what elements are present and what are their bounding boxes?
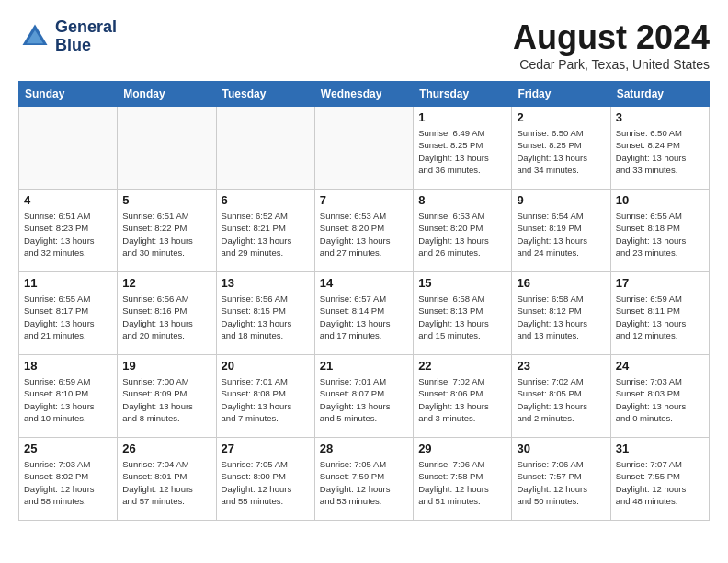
calendar-cell: 17Sunrise: 6:59 AM Sunset: 8:11 PM Dayli… [610, 272, 709, 355]
day-number: 3 [616, 110, 704, 124]
day-info: Sunrise: 7:05 AM Sunset: 8:00 PM Dayligh… [222, 458, 310, 507]
day-info: Sunrise: 6:59 AM Sunset: 8:11 PM Dayligh… [616, 293, 704, 341]
calendar-cell: 30Sunrise: 7:06 AM Sunset: 7:57 PM Dayli… [512, 438, 610, 521]
calendar-cell: 16Sunrise: 6:58 AM Sunset: 8:12 PM Dayli… [512, 272, 610, 355]
calendar-cell: 11Sunrise: 6:55 AM Sunset: 8:17 PM Dayli… [19, 272, 118, 355]
day-info: Sunrise: 7:04 AM Sunset: 8:01 PM Dayligh… [122, 458, 210, 507]
calendar-cell: 2Sunrise: 6:50 AM Sunset: 8:25 PM Daylig… [512, 107, 610, 190]
calendar-cell: 29Sunrise: 7:06 AM Sunset: 7:58 PM Dayli… [414, 438, 512, 521]
day-number: 15 [418, 276, 506, 290]
day-number: 20 [222, 359, 310, 373]
day-info: Sunrise: 7:06 AM Sunset: 7:57 PM Dayligh… [517, 458, 605, 507]
week-row-4: 18Sunrise: 6:59 AM Sunset: 8:10 PM Dayli… [19, 355, 710, 438]
week-row-1: 1Sunrise: 6:49 AM Sunset: 8:25 PM Daylig… [19, 107, 710, 190]
calendar-cell: 9Sunrise: 6:54 AM Sunset: 8:19 PM Daylig… [512, 190, 610, 272]
calendar-cell: 10Sunrise: 6:55 AM Sunset: 8:18 PM Dayli… [610, 190, 709, 272]
day-info: Sunrise: 6:55 AM Sunset: 8:18 PM Dayligh… [616, 210, 704, 259]
day-info: Sunrise: 6:51 AM Sunset: 8:23 PM Dayligh… [24, 210, 112, 259]
calendar-cell: 3Sunrise: 6:50 AM Sunset: 8:24 PM Daylig… [610, 107, 709, 190]
day-info: Sunrise: 7:06 AM Sunset: 7:58 PM Dayligh… [418, 458, 506, 507]
calendar-cell: 4Sunrise: 6:51 AM Sunset: 8:23 PM Daylig… [19, 190, 118, 272]
calendar-cell: 18Sunrise: 6:59 AM Sunset: 8:10 PM Dayli… [19, 355, 118, 438]
weekday-header-saturday: Saturday [610, 82, 709, 107]
day-number: 9 [517, 193, 605, 207]
day-number: 26 [122, 442, 210, 455]
calendar-cell [314, 107, 413, 190]
logo-icon [18, 20, 51, 53]
day-info: Sunrise: 6:58 AM Sunset: 8:12 PM Dayligh… [517, 293, 605, 341]
calendar-cell: 8Sunrise: 6:53 AM Sunset: 8:20 PM Daylig… [414, 190, 512, 272]
day-number: 24 [616, 359, 704, 373]
weekday-header-sunday: Sunday [19, 82, 118, 107]
day-info: Sunrise: 7:03 AM Sunset: 8:02 PM Dayligh… [24, 458, 112, 507]
day-number: 25 [24, 442, 112, 455]
weekday-header-thursday: Thursday [414, 82, 512, 107]
calendar-cell [216, 107, 314, 190]
day-info: Sunrise: 7:07 AM Sunset: 7:55 PM Dayligh… [616, 458, 704, 507]
day-number: 23 [517, 359, 605, 373]
day-number: 28 [320, 442, 408, 455]
day-info: Sunrise: 7:00 AM Sunset: 8:09 PM Dayligh… [122, 375, 210, 424]
calendar-cell: 14Sunrise: 6:57 AM Sunset: 8:14 PM Dayli… [314, 272, 413, 355]
day-number: 30 [517, 442, 605, 455]
day-info: Sunrise: 7:01 AM Sunset: 8:07 PM Dayligh… [320, 375, 408, 424]
day-info: Sunrise: 6:51 AM Sunset: 8:22 PM Dayligh… [122, 210, 210, 259]
day-number: 4 [24, 193, 112, 207]
day-number: 17 [616, 276, 704, 290]
weekday-header-wednesday: Wednesday [314, 82, 413, 107]
location: Cedar Park, Texas, United States [513, 57, 710, 72]
calendar-cell: 7Sunrise: 6:53 AM Sunset: 8:20 PM Daylig… [314, 190, 413, 272]
page-header: General Blue August 2024 Cedar Park, Tex… [18, 18, 710, 72]
day-info: Sunrise: 6:59 AM Sunset: 8:10 PM Dayligh… [24, 375, 112, 424]
calendar-cell: 12Sunrise: 6:56 AM Sunset: 8:16 PM Dayli… [118, 272, 216, 355]
day-number: 6 [222, 193, 310, 207]
day-info: Sunrise: 6:53 AM Sunset: 8:20 PM Dayligh… [418, 210, 506, 259]
calendar-cell: 15Sunrise: 6:58 AM Sunset: 8:13 PM Dayli… [414, 272, 512, 355]
weekday-header-row: SundayMondayTuesdayWednesdayThursdayFrid… [19, 82, 710, 107]
calendar-cell: 21Sunrise: 7:01 AM Sunset: 8:07 PM Dayli… [314, 355, 413, 438]
day-info: Sunrise: 6:56 AM Sunset: 8:16 PM Dayligh… [122, 293, 210, 341]
day-info: Sunrise: 6:55 AM Sunset: 8:17 PM Dayligh… [24, 293, 112, 341]
logo-text: General Blue [55, 18, 117, 55]
title-section: August 2024 Cedar Park, Texas, United St… [513, 18, 710, 72]
day-info: Sunrise: 6:50 AM Sunset: 8:24 PM Dayligh… [616, 127, 704, 176]
day-info: Sunrise: 6:50 AM Sunset: 8:25 PM Dayligh… [517, 127, 605, 176]
calendar-cell: 13Sunrise: 6:56 AM Sunset: 8:15 PM Dayli… [216, 272, 314, 355]
calendar-cell: 31Sunrise: 7:07 AM Sunset: 7:55 PM Dayli… [610, 438, 709, 521]
day-info: Sunrise: 7:02 AM Sunset: 8:05 PM Dayligh… [517, 375, 605, 424]
day-number: 1 [418, 110, 506, 124]
calendar-cell [19, 107, 118, 190]
calendar-cell: 25Sunrise: 7:03 AM Sunset: 8:02 PM Dayli… [19, 438, 118, 521]
day-info: Sunrise: 6:52 AM Sunset: 8:21 PM Dayligh… [222, 210, 310, 259]
day-number: 21 [320, 359, 408, 373]
day-number: 11 [24, 276, 112, 290]
day-info: Sunrise: 6:56 AM Sunset: 8:15 PM Dayligh… [222, 293, 310, 341]
day-number: 27 [222, 442, 310, 455]
weekday-header-friday: Friday [512, 82, 610, 107]
day-number: 16 [517, 276, 605, 290]
logo: General Blue [18, 18, 117, 55]
week-row-3: 11Sunrise: 6:55 AM Sunset: 8:17 PM Dayli… [19, 272, 710, 355]
day-info: Sunrise: 7:03 AM Sunset: 8:03 PM Dayligh… [616, 375, 704, 424]
day-info: Sunrise: 6:54 AM Sunset: 8:19 PM Dayligh… [517, 210, 605, 259]
day-number: 14 [320, 276, 408, 290]
calendar-cell: 1Sunrise: 6:49 AM Sunset: 8:25 PM Daylig… [414, 107, 512, 190]
calendar-cell: 26Sunrise: 7:04 AM Sunset: 8:01 PM Dayli… [118, 438, 216, 521]
day-number: 13 [222, 276, 310, 290]
calendar-cell: 19Sunrise: 7:00 AM Sunset: 8:09 PM Dayli… [118, 355, 216, 438]
day-number: 22 [418, 359, 506, 373]
day-info: Sunrise: 6:49 AM Sunset: 8:25 PM Dayligh… [418, 127, 506, 176]
day-number: 18 [24, 359, 112, 373]
day-number: 12 [122, 276, 210, 290]
week-row-5: 25Sunrise: 7:03 AM Sunset: 8:02 PM Dayli… [19, 438, 710, 521]
calendar-cell: 5Sunrise: 6:51 AM Sunset: 8:22 PM Daylig… [118, 190, 216, 272]
calendar-cell: 23Sunrise: 7:02 AM Sunset: 8:05 PM Dayli… [512, 355, 610, 438]
month-title: August 2024 [513, 18, 710, 57]
calendar-cell: 27Sunrise: 7:05 AM Sunset: 8:00 PM Dayli… [216, 438, 314, 521]
calendar-cell: 22Sunrise: 7:02 AM Sunset: 8:06 PM Dayli… [414, 355, 512, 438]
day-number: 5 [122, 193, 210, 207]
day-number: 7 [320, 193, 408, 207]
day-number: 29 [418, 442, 506, 455]
day-info: Sunrise: 7:02 AM Sunset: 8:06 PM Dayligh… [418, 375, 506, 424]
day-number: 31 [616, 442, 704, 455]
